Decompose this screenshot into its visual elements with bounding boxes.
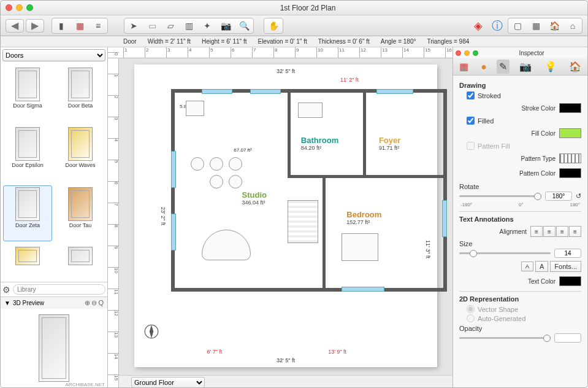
library-item[interactable]	[56, 245, 105, 279]
back-button[interactable]: ◀	[6, 19, 24, 33]
info-object: Door	[123, 38, 137, 45]
traffic-lights[interactable]	[6, 4, 33, 11]
floor-plan[interactable]: 5.87 ft² 67.07 ft² Bathroom84.20 ft² Foy…	[171, 89, 447, 292]
library-item[interactable]: Door Sigma	[3, 66, 52, 122]
library-item[interactable]: Door Zeta	[3, 185, 52, 241]
align-center-button[interactable]: ≡	[543, 226, 556, 237]
filled-checkbox[interactable]	[467, 117, 475, 125]
inspector-title: Inspector	[478, 50, 585, 56]
tab-2d[interactable]: ✎	[497, 60, 510, 74]
library-category-select[interactable]: Doors	[2, 49, 105, 61]
preview-title: 3D Preview	[13, 300, 44, 306]
opacity-slider[interactable]	[459, 337, 551, 339]
tab-cameras[interactable]: 📷	[517, 60, 534, 74]
preview-header[interactable]: ▼ 3D Preview ⊕ ⊖ Q	[1, 297, 107, 309]
rotate-field[interactable]	[545, 192, 572, 201]
view-mode-group: ▮ ▦ ≡	[52, 18, 108, 34]
library-item[interactable]: Door Tau	[56, 185, 105, 241]
library-item[interactable]: Door Waves	[56, 125, 105, 181]
tile-view-button[interactable]: ▦	[527, 19, 544, 33]
paper: 32' 5" ft 11' 2" ft 23' 2" ft 11' 3" ft …	[134, 64, 437, 367]
preview-3d[interactable]: ARCHIBASE.NET	[1, 309, 107, 388]
tab-materials[interactable]: ●	[478, 60, 489, 74]
zoom-reset-icon[interactable]: Q	[98, 299, 104, 307]
close-icon[interactable]	[456, 50, 461, 56]
zoom-out-icon[interactable]: ⊖	[91, 299, 97, 307]
library-search-input[interactable]	[13, 284, 105, 295]
font-larger-button[interactable]: A	[535, 261, 548, 272]
inspector-panel: Inspector ▦ ● ✎ 📷 💡 🏠 Drawing Stroked St…	[452, 47, 587, 388]
floor-select[interactable]: Ground Floor	[131, 377, 205, 388]
library-item[interactable]	[3, 245, 52, 279]
view3d-button[interactable]: ⌂	[564, 19, 581, 33]
select-tool[interactable]: ➤	[125, 19, 142, 33]
tab-object[interactable]: ▦	[457, 60, 471, 74]
minimize-icon[interactable]	[16, 4, 23, 11]
tab-building[interactable]: 🏠	[567, 60, 584, 74]
room-label-studio: Studio346.04 ft²	[242, 190, 267, 206]
align-right-button[interactable]: ≡	[556, 226, 568, 237]
pan-tool[interactable]: ✋	[265, 19, 282, 33]
dimension-label: 32' 5" ft	[277, 68, 295, 74]
heading-drawing: Drawing	[459, 82, 581, 89]
ruler-horizontal: 0123456789101112131415161718192021222324…	[108, 47, 452, 58]
info-height: Height = 6' 11" ft	[202, 38, 247, 45]
zoom-tool[interactable]: 🔍	[235, 19, 253, 33]
patternfill-checkbox	[467, 142, 475, 150]
opacity-field[interactable]	[554, 333, 581, 343]
auto-generated-radio	[467, 314, 475, 322]
close-icon[interactable]	[6, 4, 12, 11]
camera-tool[interactable]: 📷	[217, 19, 234, 33]
floor-tool[interactable]: ▥	[180, 19, 197, 33]
pattern-color-swatch[interactable]	[559, 168, 581, 178]
align-justify-button[interactable]: ≡	[569, 226, 581, 237]
room-label-bedroom: Bedroom152.77 ft²	[346, 210, 381, 225]
fonts-button[interactable]: Fonts...	[550, 261, 581, 272]
library-toggle-button[interactable]: ▮	[53, 19, 70, 33]
library-footer: ⚙	[1, 282, 107, 297]
stroke-color-swatch[interactable]	[559, 103, 581, 113]
zoom-icon[interactable]	[26, 4, 33, 11]
elevation-button[interactable]: 🏠	[546, 19, 563, 33]
titlebar: 1st Floor 2d Plan	[1, 1, 587, 15]
forward-button[interactable]: ▶	[26, 19, 44, 33]
measure-tool[interactable]: ✦	[199, 19, 216, 33]
heading-2d-rep: 2D Representation	[459, 295, 581, 303]
main-toolbar: ◀ ▶ ▮ ▦ ≡ ➤ ▭ ▱ ▥ ✦ 📷 🔍 ✋ ◈ ⓘ ▢ ▦ 🏠 ⌂	[1, 15, 587, 36]
room-tool[interactable]: ▱	[162, 19, 179, 33]
render-button[interactable]: ◈	[470, 19, 487, 33]
library-item[interactable]: Door Beta	[56, 66, 105, 122]
text-color-swatch[interactable]	[559, 276, 581, 286]
furniture-button[interactable]: ▦	[71, 19, 88, 33]
canvas[interactable]: 32' 5" ft 11' 2" ft 23' 2" ft 11' 3" ft …	[119, 58, 452, 388]
disclosure-icon[interactable]: ▼	[4, 300, 10, 306]
library-grid: Door Sigma Door Beta Door Epsilon Door W…	[1, 63, 107, 282]
font-smaller-button[interactable]: A	[521, 262, 533, 271]
zoom-in-icon[interactable]: ⊕	[85, 299, 90, 307]
rotate-reset-icon[interactable]: ↺	[576, 192, 581, 200]
align-left-button[interactable]: ≡	[530, 226, 543, 237]
rotate-slider[interactable]	[459, 195, 541, 197]
zoom-icon[interactable]	[473, 50, 478, 56]
tab-lights[interactable]: 💡	[542, 60, 559, 74]
dimension-label: 11' 2" ft	[340, 77, 359, 83]
vector-shape-radio	[467, 305, 475, 313]
info-button[interactable]: ⓘ	[489, 19, 506, 33]
library-item[interactable]: Door Epsilon	[3, 125, 52, 181]
floor-selector-bar: Ground Floor	[119, 375, 452, 388]
preview-credit: ARCHIBASE.NET	[66, 382, 105, 387]
fill-color-swatch[interactable]	[559, 128, 581, 138]
stroked-checkbox[interactable]	[467, 91, 475, 99]
pattern-type-swatch[interactable]	[559, 153, 581, 163]
gear-icon[interactable]: ⚙	[2, 285, 10, 295]
plan2d-button[interactable]: ▢	[509, 19, 526, 33]
wall-tool[interactable]: ▭	[143, 19, 161, 33]
dimension-label: 23' 2" ft	[160, 207, 166, 225]
minimize-icon[interactable]	[464, 50, 470, 56]
info-thickness: Thickness = 0' 6" ft	[318, 38, 370, 45]
ruler-vertical: 0123456789101112131415161718192021222324…	[108, 58, 119, 388]
list-button[interactable]: ≡	[90, 19, 107, 33]
fontsize-field[interactable]	[554, 249, 581, 258]
canvas-area: 0123456789101112131415161718192021222324…	[108, 47, 452, 388]
fontsize-slider[interactable]	[459, 252, 551, 254]
